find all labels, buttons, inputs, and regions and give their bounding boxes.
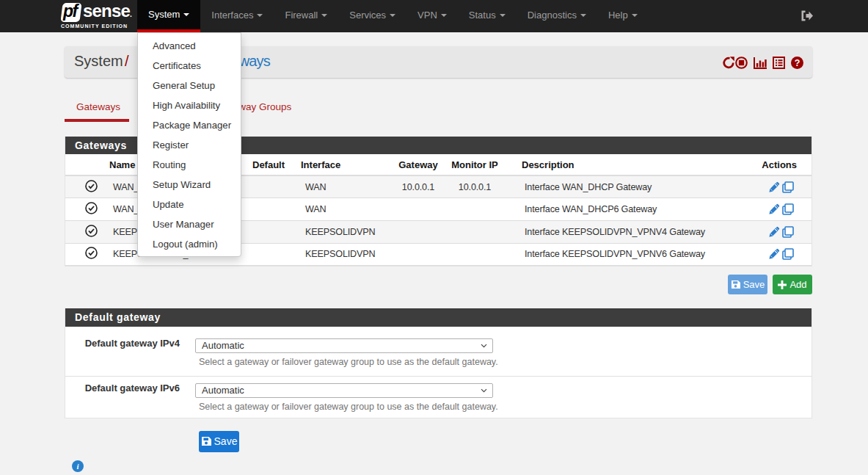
svg-text:?: ? [795,58,800,68]
